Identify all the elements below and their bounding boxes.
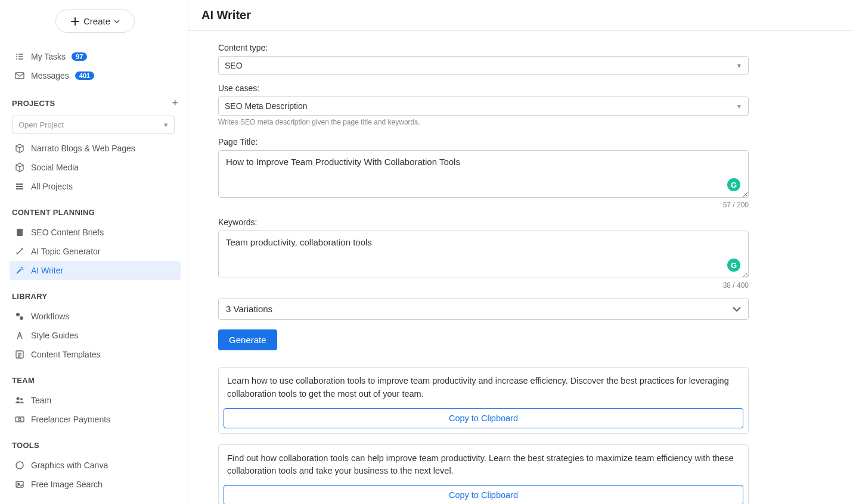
sidebar-label: Free Image Search <box>31 480 103 489</box>
variations-select[interactable]: 3 Variations <box>218 298 749 320</box>
sidebar-item-social-media[interactable]: Social Media <box>10 158 181 177</box>
sidebar-item-free-image-search[interactable]: Free Image Search <box>10 475 181 494</box>
cube-icon <box>14 144 25 153</box>
section-title: TOOLS <box>12 441 39 450</box>
messages-badge: 401 <box>75 71 94 80</box>
use-cases-helper: Writes SEO meta description given the pa… <box>218 118 749 126</box>
svg-rect-7 <box>15 417 24 422</box>
sidebar-item-workflows[interactable]: Workflows <box>10 307 181 326</box>
keywords-input[interactable] <box>218 231 749 278</box>
sidebar: Create My Tasks 97 Messages 401 PROJECTS… <box>0 0 188 504</box>
page-title-counter: 57 / 200 <box>218 201 749 209</box>
chevron-down-icon <box>114 20 120 23</box>
use-cases-value: SEO Meta Description <box>225 101 308 111</box>
page-header: AI Writer <box>188 0 853 31</box>
sidebar-item-canva[interactable]: Graphics with Canva <box>10 456 181 475</box>
sidebar-item-team[interactable]: Team <box>10 391 181 410</box>
grammarly-icon[interactable]: G <box>727 178 740 191</box>
sidebar-label: Freelancer Payments <box>31 415 110 424</box>
document-icon <box>14 228 25 237</box>
content-type-select[interactable]: SEO ▼ <box>218 56 749 75</box>
copy-to-clipboard-button[interactable]: Copy to Clipboard <box>224 408 743 428</box>
sidebar-label: AI Topic Generator <box>31 247 100 256</box>
section-header-projects: PROJECTS + <box>10 97 181 110</box>
sidebar-label: Content Templates <box>31 350 100 359</box>
sidebar-item-freelancer-payments[interactable]: Freelancer Payments <box>10 410 181 429</box>
section-title: LIBRARY <box>12 292 47 301</box>
wand-icon <box>14 247 25 256</box>
section-header-tools: TOOLS <box>10 441 181 450</box>
svg-point-6 <box>20 398 23 400</box>
sidebar-item-ai-topic-generator[interactable]: AI Topic Generator <box>10 242 181 261</box>
sidebar-label: Team <box>31 396 51 405</box>
create-button[interactable]: Create <box>55 10 135 33</box>
result-text: Learn how to use collaboration tools to … <box>219 368 748 408</box>
list-icon <box>14 182 25 191</box>
chevron-down-icon: ▾ <box>164 120 168 129</box>
chevron-down-icon <box>733 307 741 312</box>
svg-rect-1 <box>17 229 23 236</box>
sidebar-label: My Tasks <box>31 52 66 61</box>
money-icon <box>14 415 25 424</box>
users-icon <box>14 396 25 405</box>
image-icon <box>14 480 25 489</box>
sidebar-label: Style Guides <box>31 331 78 340</box>
template-icon <box>14 350 25 359</box>
svg-point-8 <box>18 418 21 421</box>
svg-point-9 <box>16 462 23 469</box>
add-project-icon[interactable]: + <box>172 97 178 110</box>
my-tasks-badge: 97 <box>72 52 87 61</box>
sidebar-item-narrato-blogs[interactable]: Narrato Blogs & Web Pages <box>10 139 181 158</box>
content-type-value: SEO <box>225 61 243 70</box>
result-text: Find out how collaboration tools can hel… <box>219 445 748 486</box>
sidebar-item-ai-writer[interactable]: AI Writer <box>10 261 181 280</box>
plus-icon <box>70 17 80 26</box>
cube-icon <box>14 163 25 172</box>
chevron-down-icon: ▼ <box>736 103 742 110</box>
section-header-library: LIBRARY <box>10 292 181 301</box>
tasks-icon <box>14 52 25 61</box>
sidebar-label: All Projects <box>31 182 73 191</box>
variations-value: 3 Variations <box>226 304 272 314</box>
result-card: Find out how collaboration tools can hel… <box>218 444 749 505</box>
section-title: CONTENT PLANNING <box>12 208 95 217</box>
sidebar-item-style-guides[interactable]: Style Guides <box>10 326 181 345</box>
sidebar-item-all-projects[interactable]: All Projects <box>10 177 181 196</box>
result-card: Learn how to use collaboration tools to … <box>218 367 749 434</box>
copy-to-clipboard-button[interactable]: Copy to Clipboard <box>224 485 743 504</box>
grammarly-icon[interactable]: G <box>727 259 740 272</box>
gears-icon <box>14 312 25 321</box>
compass-icon <box>14 331 25 340</box>
sidebar-label: Graphics with Canva <box>31 461 108 470</box>
section-title: PROJECTS <box>12 99 55 108</box>
sidebar-label: Messages <box>31 71 69 80</box>
sidebar-item-seo-briefs[interactable]: SEO Content Briefs <box>10 223 181 242</box>
keywords-label: Keywords: <box>218 217 749 227</box>
page-title-input[interactable] <box>218 150 749 198</box>
section-title: TEAM <box>12 376 35 385</box>
page-title: AI Writer <box>201 8 840 22</box>
content-type-label: Content type: <box>218 43 749 52</box>
open-project-select[interactable]: Open Project ▾ <box>12 116 175 134</box>
sidebar-item-messages[interactable]: Messages 401 <box>10 66 181 85</box>
use-cases-label: Use cases: <box>218 83 749 93</box>
section-header-team: TEAM <box>10 376 181 385</box>
sidebar-item-content-templates[interactable]: Content Templates <box>10 345 181 364</box>
svg-rect-0 <box>15 73 24 79</box>
svg-point-3 <box>20 316 23 320</box>
magic-icon <box>14 266 25 275</box>
envelope-icon <box>14 71 25 80</box>
sidebar-label: Workflows <box>31 312 69 321</box>
main-content: AI Writer Content type: SEO ▼ Use cases:… <box>188 0 853 504</box>
generate-button[interactable]: Generate <box>218 329 277 350</box>
keywords-counter: 38 / 400 <box>218 281 749 290</box>
canva-icon <box>14 461 25 470</box>
sidebar-label: AI Writer <box>31 266 63 275</box>
sidebar-label: Social Media <box>31 163 79 172</box>
section-header-content-planning: CONTENT PLANNING <box>10 208 181 217</box>
svg-point-5 <box>17 397 20 400</box>
use-cases-select[interactable]: SEO Meta Description ▼ <box>218 97 749 116</box>
chevron-down-icon: ▼ <box>736 63 742 69</box>
sidebar-label: SEO Content Briefs <box>31 228 104 237</box>
sidebar-item-my-tasks[interactable]: My Tasks 97 <box>10 47 181 66</box>
